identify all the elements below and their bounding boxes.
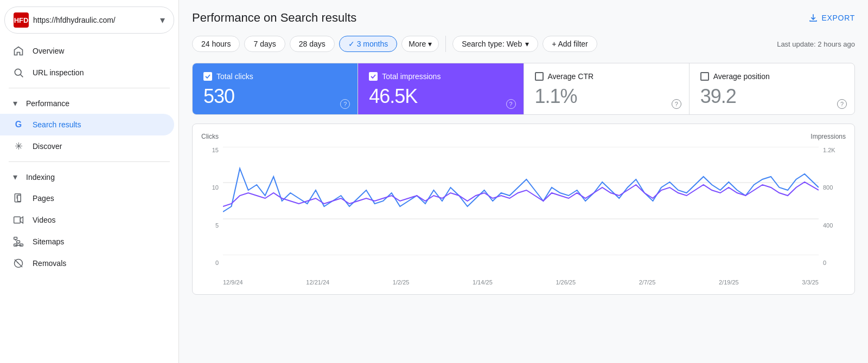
svg-line-1	[21, 75, 23, 77]
metric-card-avg-position[interactable]: Average position 39.2 ?	[690, 63, 854, 114]
checkmark-icon: ✓	[348, 40, 357, 48]
y-left-label-0: 0	[215, 260, 219, 266]
chart-svg	[223, 147, 819, 255]
sidebar-item-videos[interactable]: Videos	[0, 209, 174, 231]
metric-checkbox-clicks	[203, 72, 212, 81]
sidebar-section-indexing-label: Indexing	[26, 173, 55, 182]
svg-rect-3	[17, 195, 21, 202]
sidebar-section-performance[interactable]: ▾ Performance	[0, 93, 178, 114]
filter-divider	[445, 36, 446, 52]
help-icon-clicks[interactable]: ?	[340, 99, 350, 109]
x-axis-labels: 12/9/24 12/21/24 1/2/25 1/14/25 1/26/25 …	[201, 279, 846, 286]
sidebar-item-search-results[interactable]: G Search results	[0, 114, 174, 135]
sidebar-item-removals-label: Removals	[33, 259, 66, 268]
y-axis-left-title: Clicks	[201, 133, 219, 140]
x-label-4: 1/26/25	[556, 279, 576, 286]
page-header: Performance on Search results EXPORT	[192, 11, 855, 25]
sidebar-item-sitemaps-label: Sitemaps	[33, 237, 64, 246]
site-selector[interactable]: HFD https://hfdhydraulic.com/ ▾	[4, 7, 174, 34]
y-axis-right-title: Impressions	[810, 133, 846, 140]
x-label-3: 1/14/25	[473, 279, 493, 286]
google-g-icon: G	[13, 119, 24, 130]
x-label-2: 1/2/25	[393, 279, 410, 286]
search-icon	[13, 67, 24, 78]
filter-24h-button[interactable]: 24 hours	[192, 36, 240, 52]
export-button[interactable]: EXPORT	[808, 13, 855, 23]
chart-axes: 15 10 5 0	[201, 147, 846, 277]
x-label-6: 2/19/25	[719, 279, 739, 286]
y-left-label-5: 5	[215, 222, 219, 229]
sidebar-item-pages-label: Pages	[33, 194, 54, 203]
site-url: https://hfdhydraulic.com/	[33, 16, 156, 24]
metric-value-impressions: 46.5K	[369, 85, 512, 108]
metric-card-total-clicks[interactable]: Total clicks 530 ?	[193, 63, 358, 114]
svg-rect-4	[14, 217, 21, 223]
chevron-down-performance-icon: ▾	[13, 98, 17, 108]
pages-icon	[13, 193, 24, 204]
chevron-down-icon: ▾	[160, 14, 165, 26]
help-icon-impressions[interactable]: ?	[506, 99, 516, 109]
metric-label-ctr: Average CTR	[548, 72, 594, 81]
filter-more-button[interactable]: More ▾	[401, 36, 439, 52]
sidebar-item-pages[interactable]: Pages	[0, 187, 174, 209]
filter-7d-button[interactable]: 7 days	[244, 36, 285, 52]
x-label-1: 12/21/24	[306, 279, 329, 286]
removals-icon	[13, 258, 24, 269]
y-right-label-1200: 1.2K	[823, 147, 835, 153]
sidebar: HFD https://hfdhydraulic.com/ ▾ Overview…	[0, 0, 179, 363]
sidebar-section-indexing[interactable]: ▾ Indexing	[0, 166, 178, 187]
sidebar-section-performance-label: Performance	[26, 99, 69, 108]
metric-value-position: 39.2	[700, 85, 844, 108]
y-right-label-800: 800	[823, 184, 833, 191]
sidebar-item-overview[interactable]: Overview	[0, 40, 174, 62]
sidebar-item-discover[interactable]: ✳ Discover	[0, 135, 174, 157]
sidebar-item-search-results-label: Search results	[33, 120, 81, 129]
y-right-label-0: 0	[823, 260, 826, 266]
chevron-down-search-type-icon: ▾	[525, 40, 529, 48]
discover-icon: ✳	[13, 141, 24, 152]
y-right-label-400: 400	[823, 222, 833, 229]
x-label-7: 3/3/25	[802, 279, 819, 286]
last-update-text: Last update: 2 hours ago	[777, 40, 855, 48]
sidebar-item-overview-label: Overview	[33, 47, 64, 55]
sidebar-divider-1	[9, 88, 170, 88]
search-type-button[interactable]: Search type: Web ▾	[452, 36, 538, 52]
sitemaps-icon	[13, 236, 24, 247]
sidebar-item-url-inspection-label: URL inspection	[33, 68, 84, 77]
metric-cards: Total clicks 530 ? Total impressions 46.…	[192, 63, 855, 115]
sidebar-item-videos-label: Videos	[33, 216, 56, 224]
x-label-5: 2/7/25	[639, 279, 656, 286]
metric-label-clicks: Total clicks	[216, 72, 253, 81]
sidebar-divider-2	[9, 161, 170, 162]
chart-svg-area	[223, 147, 819, 277]
metric-label-impressions: Total impressions	[382, 72, 441, 81]
metric-card-total-impressions[interactable]: Total impressions 46.5K ?	[358, 63, 524, 114]
sidebar-item-sitemaps[interactable]: Sitemaps	[0, 231, 174, 252]
sidebar-item-removals[interactable]: Removals	[0, 252, 174, 274]
filter-3m-button[interactable]: ✓ 3 months	[339, 36, 397, 52]
metric-label-position: Average position	[713, 72, 770, 81]
sidebar-item-url-inspection[interactable]: URL inspection	[0, 62, 174, 83]
filter-bar: 24 hours 7 days 28 days ✓ 3 months More …	[192, 36, 855, 52]
export-icon	[808, 13, 818, 23]
metric-value-clicks: 530	[203, 85, 347, 108]
help-icon-ctr[interactable]: ?	[672, 99, 681, 109]
filter-28d-button[interactable]: 28 days	[290, 36, 335, 52]
site-logo-icon: HFD	[14, 12, 29, 28]
add-filter-button[interactable]: + Add filter	[542, 36, 597, 52]
chevron-down-indexing-icon: ▾	[13, 172, 17, 182]
metric-checkbox-position	[700, 72, 709, 81]
help-icon-position[interactable]: ?	[837, 99, 847, 109]
chevron-down-more-icon: ▾	[428, 40, 432, 48]
main-content: Performance on Search results EXPORT 24 …	[179, 0, 868, 363]
x-label-0: 12/9/24	[223, 279, 243, 286]
y-left-label-10: 10	[212, 184, 219, 191]
svg-rect-5	[14, 237, 17, 239]
metric-checkbox-ctr	[535, 72, 544, 81]
metric-card-avg-ctr[interactable]: Average CTR 1.1% ?	[524, 63, 690, 114]
y-left-label-15: 15	[212, 147, 219, 153]
y-axis-left: 15 10 5 0	[201, 147, 223, 277]
metric-value-ctr: 1.1%	[535, 85, 678, 108]
chart-container: Clicks Impressions 15 10 5 0	[192, 124, 855, 295]
sidebar-item-discover-label: Discover	[33, 142, 62, 151]
